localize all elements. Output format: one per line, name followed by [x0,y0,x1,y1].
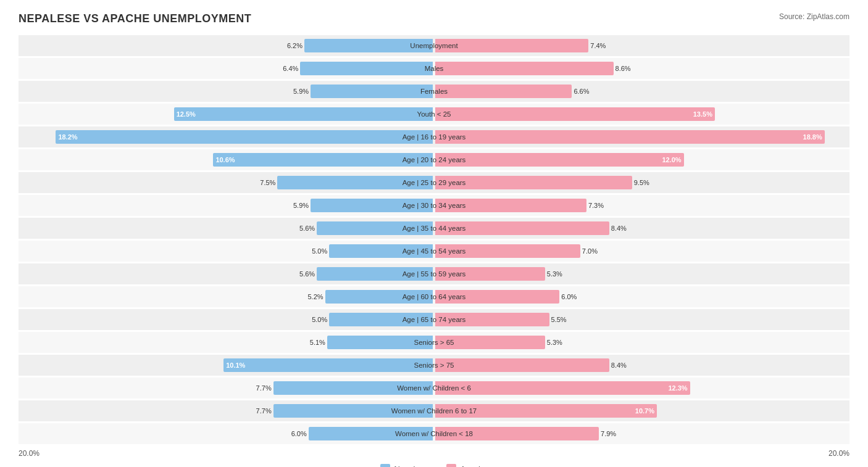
val-outside-right-6: 9.5% [634,179,649,186]
pink-bar-5: 12.0% [435,153,684,167]
row-left-5: 10.6% [19,149,434,170]
table-row: 5.9%6.6%Females [19,81,849,102]
row-left-7: 5.9% [19,195,434,216]
row-left-17: 6.0% [19,423,434,444]
table-row: 5.1%5.3%Seniors > 65 [19,332,849,353]
row-center-label-9: Age | 45 to 54 years [403,247,466,255]
legend: Nepalese Apache [19,464,849,467]
row-left-9: 5.0% [19,241,434,262]
val-outside-right-10: 5.3% [547,270,562,278]
val-outside-right-8: 8.4% [611,225,627,232]
table-row: 7.7%12.3%Women w/ Children < 6 [19,378,849,399]
val-outside-right-13: 5.3% [547,339,562,346]
table-row: 6.0%7.9%Women w/ Children < 18 [19,423,849,444]
val-inside-right-16: 10.7% [635,407,654,415]
val-outside-left-9: 5.0% [312,247,327,255]
table-row: 7.7%10.7%Women w/ Children 6 to 17 [19,400,849,421]
chart-title: NEPALESE VS APACHE UNEMPLOYMENT [19,12,251,25]
row-center-label-17: Women w/ Children < 18 [395,430,473,437]
blue-bar-3: 12.5% [174,107,433,121]
val-outside-left-1: 6.4% [283,65,298,72]
val-outside-left-7: 5.9% [293,202,309,209]
val-outside-right-0: 7.4% [590,42,606,49]
row-center-label-11: Age | 60 to 64 years [403,293,466,300]
axis-label-left: 20.0% [19,449,40,458]
table-row: 7.5%9.5%Age | 25 to 29 years [19,172,849,193]
row-right-14: 8.4% [434,355,849,376]
table-row: 5.2%6.0%Age | 60 to 64 years [19,286,849,307]
blue-bar-14: 10.1% [223,358,433,372]
val-outside-right-12: 5.5% [551,316,567,323]
table-row: 5.6%8.4%Age | 35 to 44 years [19,218,849,239]
table-row: 12.5%13.5%Youth < 25 [19,104,849,125]
pink-bar-3: 13.5% [435,107,715,121]
val-inside-right-15: 12.3% [668,384,687,392]
val-outside-right-17: 7.9% [601,430,616,437]
row-right-1: 8.6% [434,58,849,79]
val-outside-right-14: 8.4% [611,362,627,369]
val-outside-left-8: 5.6% [299,225,315,232]
row-center-label-16: Women w/ Children 6 to 17 [391,407,477,415]
row-right-6: 9.5% [434,172,849,193]
row-right-3: 13.5% [434,104,849,125]
row-left-10: 5.6% [19,263,434,284]
axis-row: 20.0% 20.0% [19,449,849,458]
row-left-6: 7.5% [19,172,434,193]
row-center-label-5: Age | 20 to 24 years [403,156,466,163]
table-row: 6.2%7.4%Unemployment [19,35,849,56]
row-right-12: 5.5% [434,309,849,330]
row-left-4: 18.2% [19,126,434,147]
row-left-0: 6.2% [19,35,434,56]
pink-bar-1: 8.6% [435,62,614,75]
row-left-12: 5.0% [19,309,434,330]
row-left-2: 5.9% [19,81,434,102]
row-center-label-2: Females [420,88,448,95]
row-center-label-14: Seniors > 75 [414,362,454,369]
row-right-13: 5.3% [434,332,849,353]
table-row: 5.0%5.5%Age | 65 to 74 years [19,309,849,330]
chart-header: NEPALESE VS APACHE UNEMPLOYMENT Source: … [19,12,849,25]
val-outside-right-9: 7.0% [582,247,598,255]
row-center-label-7: Age | 30 to 34 years [403,202,466,209]
legend-label-apache: Apache [460,465,487,468]
blue-bar-2: 5.9% [311,85,433,98]
row-right-15: 12.3% [434,378,849,399]
val-inside-left-14: 10.1% [226,362,245,369]
row-right-2: 6.6% [434,81,849,102]
val-outside-right-7: 7.3% [588,202,604,209]
val-outside-left-2: 5.9% [293,88,309,95]
row-center-label-8: Age | 35 to 44 years [403,225,466,232]
val-outside-left-6: 7.5% [260,179,275,186]
val-outside-left-15: 7.7% [256,384,272,392]
row-center-label-10: Age | 55 to 59 years [403,270,466,278]
row-right-4: 18.8% [434,126,849,147]
row-right-8: 8.4% [434,218,849,239]
legend-label-nepalese: Nepalese [394,465,428,468]
row-right-11: 6.0% [434,286,849,307]
legend-box-apache [446,464,456,467]
val-outside-right-2: 6.6% [574,88,589,95]
row-left-8: 5.6% [19,218,434,239]
val-outside-left-16: 7.7% [256,407,272,415]
row-center-label-6: Age | 25 to 29 years [403,179,466,186]
val-outside-left-13: 5.1% [310,339,325,346]
val-inside-right-5: 12.0% [662,156,681,163]
legend-apache: Apache [446,464,487,467]
chart-source: Source: ZipAtlas.com [779,12,849,21]
rows-wrapper: 6.2%7.4%Unemployment6.4%8.6%Males5.9%6.6… [19,35,849,444]
val-inside-left-5: 10.6% [215,156,235,163]
chart-container: NEPALESE VS APACHE UNEMPLOYMENT Source: … [0,0,868,467]
val-inside-left-3: 12.5% [177,110,196,118]
row-right-10: 5.3% [434,263,849,284]
val-outside-left-11: 5.2% [307,293,323,300]
row-left-15: 7.7% [19,378,434,399]
val-outside-right-11: 6.0% [561,293,577,300]
row-center-label-4: Age | 16 to 19 years [403,133,466,141]
table-row: 6.4%8.6%Males [19,58,849,79]
table-row: 10.1%8.4%Seniors > 75 [19,355,849,376]
blue-bar-5: 10.6% [213,153,433,167]
row-center-label-3: Youth < 25 [417,110,451,118]
row-center-label-1: Males [425,65,444,72]
row-left-13: 5.1% [19,332,434,353]
pink-bar-4: 18.8% [435,130,825,144]
